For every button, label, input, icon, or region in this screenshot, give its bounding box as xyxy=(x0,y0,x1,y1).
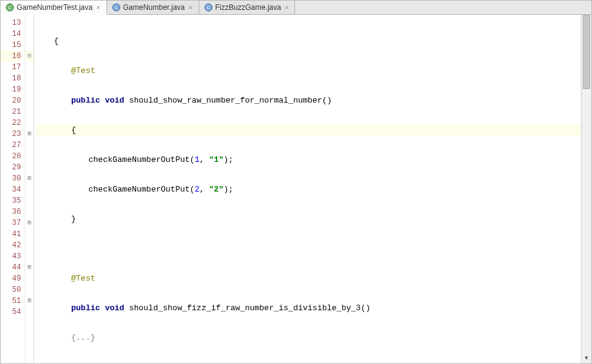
fold-spacer xyxy=(25,184,33,195)
svg-text:C: C xyxy=(207,5,210,11)
punct: ) xyxy=(327,96,332,105)
code-area[interactable]: { @Test public void should_show_raw_numb… xyxy=(34,15,581,363)
line-number: 51 xyxy=(1,295,21,307)
line-number: 34 xyxy=(1,184,21,195)
fold-spacer xyxy=(25,284,33,295)
close-icon[interactable]: × xyxy=(283,4,290,11)
fold-spacer xyxy=(25,40,33,51)
fold-spacer xyxy=(25,95,33,106)
line-number: 42 xyxy=(1,240,21,251)
fold-spacer xyxy=(25,151,33,162)
tab-label: GameNumber.java xyxy=(123,3,185,12)
line-number: 41 xyxy=(1,229,21,240)
fold-toggle-icon[interactable]: ⊞ xyxy=(25,173,33,184)
annotation-test: @Test xyxy=(71,66,95,75)
fold-spacer xyxy=(25,106,33,117)
method-name: should_show_fizz_if_raw_number_is_divisi… xyxy=(129,303,361,313)
scroll-thumb[interactable] xyxy=(583,15,590,89)
annotation-test: @Test xyxy=(71,274,95,283)
line-number: 18 xyxy=(1,73,21,84)
scroll-down-arrow[interactable]: ▼ xyxy=(581,353,591,363)
punct: ; xyxy=(228,155,233,164)
line-number: 36 xyxy=(1,206,21,218)
fold-toggle-icon[interactable]: ⊟ xyxy=(25,51,33,62)
line-number: 15 xyxy=(1,40,21,51)
fold-spacer xyxy=(25,195,33,206)
java-file-icon: C xyxy=(204,3,213,12)
punct: , xyxy=(199,185,209,194)
tab-GameNumberTest[interactable]: C GameNumberTest.java × xyxy=(1,1,107,15)
fold-toggle-icon[interactable]: ⊞ xyxy=(25,262,33,273)
fold-spacer xyxy=(25,240,33,251)
line-number: 49 xyxy=(1,273,21,284)
tab-label: GameNumberTest.java xyxy=(17,3,93,12)
line-number: 23 xyxy=(1,129,21,140)
fold-spacer xyxy=(25,117,33,129)
fold-toggle-icon[interactable]: ⊞ xyxy=(25,295,33,307)
fold-spacer xyxy=(25,162,33,173)
punct: , xyxy=(199,155,209,164)
fold-spacer xyxy=(25,229,33,240)
fold-gutter: ⊟⊞⊞⊞⊞⊞ xyxy=(25,15,34,363)
close-icon[interactable]: × xyxy=(95,4,101,11)
tab-label: FizzBuzzGame.java xyxy=(215,3,281,12)
fold-spacer xyxy=(25,251,33,262)
line-number: 30 xyxy=(1,173,21,184)
fold-spacer xyxy=(25,140,33,151)
brace: { xyxy=(54,36,59,46)
java-file-icon: C xyxy=(112,3,121,12)
fold-toggle-icon[interactable]: ⊞ xyxy=(25,218,33,229)
folded-body[interactable]: {...} xyxy=(71,333,95,342)
fold-spacer xyxy=(25,17,33,28)
vertical-scrollbar[interactable]: ▲ ▼ xyxy=(581,15,591,363)
line-number-gutter: 1314151617181920212223272829303435363741… xyxy=(1,15,25,363)
brace: { xyxy=(71,125,76,135)
fold-spacer xyxy=(25,273,33,284)
line-number: 16 xyxy=(1,51,21,62)
line-number: 27 xyxy=(1,140,21,151)
keyword: void xyxy=(105,303,124,313)
punct: ( xyxy=(361,303,366,313)
punct: ( xyxy=(322,96,327,105)
string-literal: "1" xyxy=(209,155,223,164)
fold-spacer xyxy=(25,206,33,218)
fold-spacer xyxy=(25,62,33,73)
keyword: public xyxy=(71,303,100,313)
line-number: 17 xyxy=(1,62,21,73)
brace: } xyxy=(71,214,76,224)
fold-toggle-icon[interactable]: ⊞ xyxy=(25,129,33,140)
line-number: 19 xyxy=(1,84,21,95)
punct: ; xyxy=(228,185,233,194)
punct: ( xyxy=(190,185,195,194)
punct: ) xyxy=(366,303,371,313)
keyword: void xyxy=(105,96,124,105)
line-number: 37 xyxy=(1,218,21,229)
line-number: 28 xyxy=(1,151,21,162)
svg-text:C: C xyxy=(114,5,118,11)
call: checkGameNumberOutPut xyxy=(88,155,190,164)
line-number: 20 xyxy=(1,95,21,106)
tab-GameNumber[interactable]: C GameNumber.java × xyxy=(107,1,199,14)
line-number: 13 xyxy=(1,17,21,28)
method-name: should_show_raw_number_for_normal_number xyxy=(129,96,322,105)
java-test-file-icon: C xyxy=(6,3,14,12)
line-number: 22 xyxy=(1,117,21,129)
tab-FizzBuzzGame[interactable]: C FizzBuzzGame.java × xyxy=(199,1,296,14)
fold-spacer xyxy=(25,307,33,318)
code-editor[interactable]: 1314151617181920212223272829303435363741… xyxy=(1,15,591,363)
tab-bar: C GameNumberTest.java × C GameNumber.jav… xyxy=(1,1,591,15)
call: checkGameNumberOutPut xyxy=(88,185,190,194)
line-number: 44 xyxy=(1,262,21,273)
line-number: 14 xyxy=(1,28,21,40)
keyword: public xyxy=(71,96,100,105)
close-icon[interactable]: × xyxy=(187,4,194,11)
fold-spacer xyxy=(25,84,33,95)
string-literal: "2" xyxy=(209,185,223,194)
fold-spacer xyxy=(25,73,33,84)
line-number: 29 xyxy=(1,162,21,173)
line-number: 43 xyxy=(1,251,21,262)
punct: ( xyxy=(190,155,195,164)
line-number: 50 xyxy=(1,284,21,295)
line-number: 54 xyxy=(1,307,21,318)
line-number: 21 xyxy=(1,106,21,117)
